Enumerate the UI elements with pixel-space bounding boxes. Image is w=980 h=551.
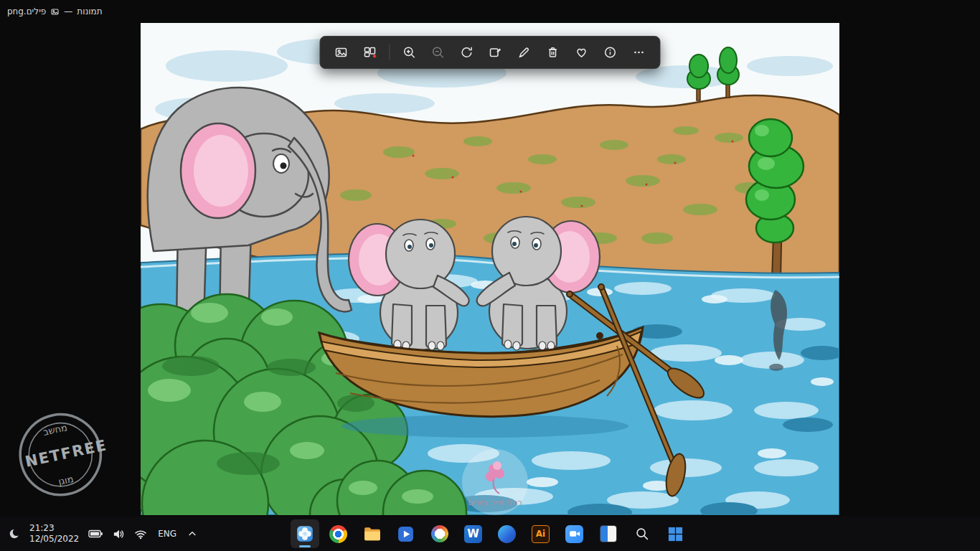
taskbar-edge[interactable] [493, 519, 522, 548]
taskbar-photos-app[interactable] [291, 519, 319, 548]
edit-button[interactable] [482, 40, 509, 65]
window-title-filename: פילים.png [7, 6, 46, 17]
artist-signature: רחלי אייר ציורים [462, 449, 528, 515]
taskbar-panel-app[interactable] [594, 519, 623, 548]
delete-button[interactable] [540, 40, 567, 65]
zoom-in-button[interactable] [396, 40, 423, 65]
more-button[interactable] [626, 40, 653, 65]
zoom-out-icon [431, 45, 446, 60]
panel-app-icon [600, 525, 617, 542]
elephants-illustration: רחלי אייר ציורים [141, 23, 839, 515]
taskbar-file-explorer[interactable] [358, 519, 387, 548]
window-title-appname: תמונות [77, 6, 102, 17]
stamp-brand-text: NETFREE [24, 436, 108, 471]
zoom-in-icon [402, 45, 417, 60]
rotate-button[interactable] [453, 40, 481, 65]
illustrator-icon: Ai [532, 525, 550, 543]
taskbar: 21:23 12/05/2022 ENG [0, 517, 980, 551]
taskbar-start[interactable] [661, 519, 690, 548]
chevron-up-icon[interactable] [187, 529, 197, 539]
info-icon [603, 45, 618, 60]
windows-start-icon [668, 527, 683, 542]
collage-icon [363, 45, 377, 60]
taskbar-chrome[interactable] [324, 519, 353, 548]
netfree-stamp: מחשב NETFREE מוגן [8, 399, 131, 507]
volume-icon[interactable] [113, 528, 125, 540]
taskbar-search[interactable] [628, 519, 656, 548]
video-call-app-icon [565, 525, 583, 543]
wifi-icon[interactable] [134, 528, 147, 540]
chrome-icon [329, 525, 347, 543]
draw-button[interactable] [511, 40, 538, 65]
more-icon [632, 45, 646, 60]
edit-icon [489, 45, 503, 60]
stamp-top-text: מחשב [42, 422, 68, 438]
word-icon: W [464, 525, 482, 543]
stamp-bottom-text: מוגן [57, 474, 75, 487]
favorite-button[interactable] [568, 40, 595, 65]
taskbar-movies-app[interactable] [392, 519, 420, 548]
clock[interactable]: 21:23 12/05/2022 [29, 523, 79, 545]
zoom-out-button[interactable] [425, 40, 452, 65]
edge-icon [498, 525, 516, 543]
all-photos-icon [334, 45, 349, 60]
clock-time: 21:23 [29, 523, 79, 534]
all-photos-button[interactable] [328, 40, 355, 65]
taskbar-word[interactable]: W [459, 519, 488, 548]
taskbar-video-call-app[interactable] [560, 519, 589, 548]
taskbar-center: W Ai [291, 517, 690, 551]
language-indicator[interactable]: ENG [156, 529, 178, 539]
rotate-icon [460, 45, 474, 60]
delete-icon [546, 45, 560, 60]
search-icon [634, 526, 650, 542]
focus-moon-icon[interactable] [9, 528, 20, 540]
toolbar-separator [390, 44, 390, 60]
photos-app-icon [296, 524, 314, 543]
collage-button[interactable] [357, 40, 384, 65]
taskbar-browser-ring[interactable] [425, 519, 454, 548]
favorite-icon [575, 45, 589, 60]
movies-app-icon [397, 525, 415, 543]
clock-date: 12/05/2022 [29, 534, 79, 545]
file-explorer-icon [363, 524, 382, 543]
browser-ring-icon [431, 525, 448, 542]
photo-file-icon [50, 7, 60, 17]
draw-icon [517, 45, 532, 60]
photo-toolbar [320, 36, 661, 69]
system-tray: 21:23 12/05/2022 ENG [0, 517, 197, 551]
illustrator-letters: Ai [536, 529, 545, 539]
taskbar-illustrator[interactable]: Ai [527, 519, 555, 548]
signature-text: רחלי אייר ציורים [468, 498, 522, 507]
word-letter: W [467, 527, 479, 540]
battery-icon[interactable] [88, 529, 103, 538]
window-titlebar: פילים.png — תמונות [0, 0, 980, 23]
photo-canvas[interactable]: רחלי אייר ציורים [141, 23, 839, 515]
window-title-separator: — [64, 6, 72, 17]
info-button[interactable] [597, 40, 624, 65]
